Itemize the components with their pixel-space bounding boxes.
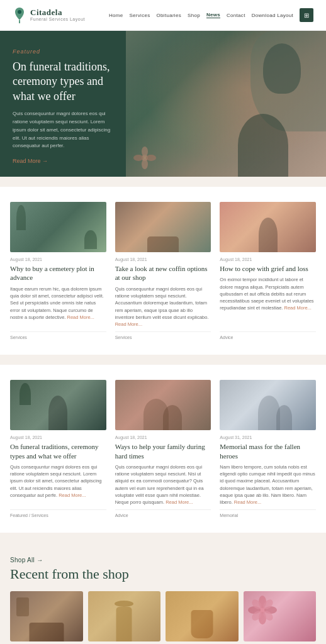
blog-grid-1: August 18, 2021 Why to buy a cemetery pl… <box>10 202 316 340</box>
card-1-title: Why to buy a cemetery plot in advance <box>10 264 106 282</box>
card-6-title: Memorial mass for the fallen heroes <box>220 442 316 460</box>
blog-card-1-image <box>10 202 106 252</box>
decoration <box>20 383 31 405</box>
blog-card-4: August 18, 2021 On funeral traditions, c… <box>10 380 106 518</box>
shop-item-3: Ceramic Urn $248.00 <box>166 591 239 644</box>
card-3-read-more[interactable]: Read More... <box>284 305 311 311</box>
flower-decoration <box>247 594 278 626</box>
card-5-title: Ways to help your family during hard tim… <box>115 442 211 460</box>
featured-description: Quis consequuntur magni dolores eos qui … <box>13 110 113 150</box>
nav-links: Home Services Obituaries Shop News Conta… <box>109 8 313 22</box>
hero-flower-decoration <box>132 145 157 170</box>
shop-item-4-image[interactable] <box>244 591 317 641</box>
card-4-excerpt: Quis consequuntur magni dolores eos qui … <box>10 464 106 506</box>
nav-obituaries[interactable]: Obituaries <box>157 13 181 18</box>
decoration <box>276 405 292 430</box>
card-3-title: How to cope with grief and loss <box>220 264 316 273</box>
decoration <box>48 396 67 430</box>
separator-2 <box>0 355 326 365</box>
card-2-date: August 18, 2021 <box>115 257 211 262</box>
nav-services[interactable]: Services <box>129 13 150 18</box>
blog-card-5-image <box>115 380 211 430</box>
nav-contact[interactable]: Contact <box>227 13 245 18</box>
featured-title: On funeral traditions, ceremony types an… <box>13 60 113 104</box>
blog-card-6: August 31, 2021 Memorial mass for the fa… <box>220 380 316 518</box>
blog-grid-2: August 18, 2021 On funeral traditions, c… <box>10 380 316 518</box>
decoration <box>84 230 97 249</box>
card-4-read-more[interactable]: Read More... <box>59 492 86 498</box>
shop-section: Shop All → Recent from the shop Dark Oak… <box>0 543 326 644</box>
blog-card-6-image <box>220 380 316 430</box>
svg-point-5 <box>133 155 143 161</box>
navbar: Citadela Funeral Services Layout Home Se… <box>0 0 326 31</box>
shop-item-1: Dark Oak Coffin $560.00 <box>10 591 83 644</box>
shop-item-4: Sympathy Bouquet $48.95 <box>244 591 317 644</box>
blog-card-3: August 18, 2021 How to cope with grief a… <box>220 202 316 340</box>
blog-card-4-image <box>10 380 106 430</box>
decoration <box>147 236 179 252</box>
featured-label: Featured <box>13 48 113 55</box>
svg-point-0 <box>18 10 21 14</box>
nav-cart-button[interactable]: ⊞ <box>300 8 313 22</box>
blog-card-1: August 18, 2021 Why to buy a cemetery pl… <box>10 202 106 340</box>
decoration <box>115 601 133 607</box>
card-4-title: On funeral traditions, ceremony types an… <box>10 442 106 460</box>
featured-read-more-link[interactable]: Read More → <box>13 158 113 164</box>
logo: Citadela Funeral Services Layout <box>13 6 85 24</box>
logo-text: Citadela Funeral Services Layout <box>30 8 85 22</box>
separator-1 <box>0 177 326 187</box>
card-3-tag: Advice <box>220 331 316 340</box>
nav-home[interactable]: Home <box>109 13 123 18</box>
card-4-tag: Featured / Services <box>10 509 106 518</box>
shop-item-3-image[interactable] <box>166 591 239 641</box>
card-2-excerpt: Quis consequuntur magni dolores eos qui … <box>115 286 211 328</box>
tree-decoration <box>16 205 26 230</box>
card-1-read-more[interactable]: Read More... <box>67 314 94 320</box>
decoration <box>116 607 132 641</box>
nav-shop[interactable]: Shop <box>188 13 200 18</box>
nav-download[interactable]: Download Layout <box>252 13 293 18</box>
card-2-read-more[interactable]: Read More... <box>115 321 142 327</box>
svg-point-6 <box>146 155 156 161</box>
blog-card-2: August 18, 2021 Take a look at new coffi… <box>115 202 211 340</box>
svg-point-3 <box>142 147 148 157</box>
featured-section: Featured On funeral traditions, ceremony… <box>0 31 326 177</box>
featured-text-block: Featured On funeral traditions, ceremony… <box>0 31 126 177</box>
shop-heading: Recent from the shop <box>10 566 316 582</box>
card-3-date: August 18, 2021 <box>220 257 316 262</box>
card-1-excerpt: Itaque earum rerum hic, qua dolorem ipsu… <box>10 286 106 328</box>
blog-card-2-image <box>115 202 211 252</box>
nav-news[interactable]: News <box>206 12 220 18</box>
decoration <box>259 218 278 252</box>
shop-item-2: Standing Spray $145.00 <box>88 591 161 644</box>
shop-all-link[interactable]: Shop All → <box>10 557 43 564</box>
card-5-tag: Advice <box>115 509 211 518</box>
card-6-date: August 31, 2021 <box>220 435 316 440</box>
card-1-tag: Services <box>10 331 106 340</box>
card-4-date: August 18, 2021 <box>10 435 106 440</box>
featured-image <box>126 31 326 177</box>
card-5-date: August 18, 2021 <box>115 435 211 440</box>
card-6-read-more[interactable]: Read More... <box>234 499 261 505</box>
card-2-tag: Services <box>115 331 211 340</box>
decoration <box>16 597 29 616</box>
logo-icon <box>13 6 26 24</box>
blog-row-1: August 18, 2021 Why to buy a cemetery pl… <box>0 187 326 355</box>
card-5-excerpt: Quis consequuntur magni dolores eos qui … <box>115 464 211 506</box>
blog-card-5: August 18, 2021 Ways to help your family… <box>115 380 211 518</box>
shop-grid: Dark Oak Coffin $560.00 Standing Spray $… <box>10 591 316 644</box>
decoration <box>191 610 213 638</box>
card-6-excerpt: Nam libero tempore, cum soluta nobis est… <box>220 464 316 506</box>
card-3-excerpt: On eximoi tempor incididunt ut labore et… <box>220 276 316 328</box>
card-2-title: Take a look at new coffin options at our… <box>115 264 211 282</box>
svg-point-4 <box>142 159 148 169</box>
shop-item-1-image[interactable] <box>10 591 83 641</box>
shop-item-2-image[interactable] <box>88 591 161 641</box>
blog-card-3-image <box>220 202 316 252</box>
card-5-read-more[interactable]: Read More... <box>166 499 193 505</box>
card-1-date: August 18, 2021 <box>10 257 106 262</box>
decoration <box>163 405 182 430</box>
blog-row-2: August 18, 2021 On funeral traditions, c… <box>0 365 326 533</box>
hero-decoration-2 <box>263 43 301 94</box>
hero-decoration-3 <box>238 114 288 177</box>
